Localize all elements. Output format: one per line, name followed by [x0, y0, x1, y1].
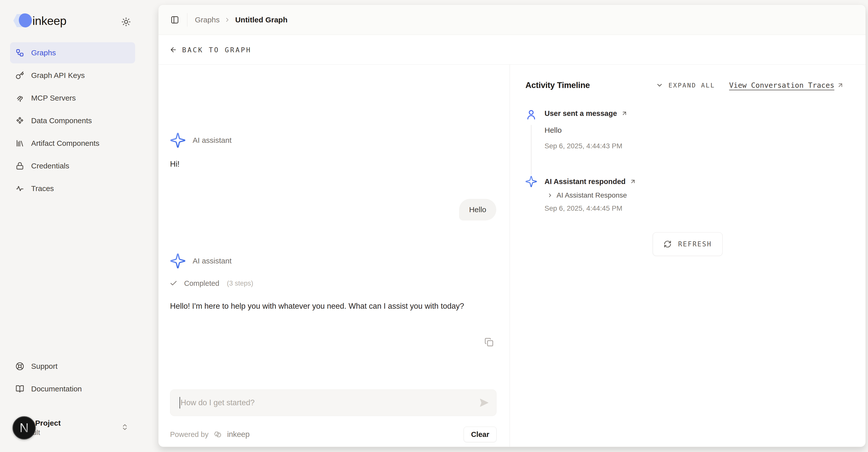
sidebar-item-label: Support [31, 362, 58, 371]
powered-by-label: Powered by [170, 430, 209, 439]
workflow-icon [16, 49, 24, 57]
chat-input-container [170, 389, 497, 416]
powered-by[interactable]: Powered by inkeep [170, 430, 250, 439]
sidebar-item-graphs[interactable]: Graphs [10, 42, 135, 63]
chat-preview-panel: AI assistant Hi! Hello AI assistant Comp… [158, 65, 509, 447]
chat-footer: Powered by inkeep Clear [170, 426, 497, 443]
copy-button[interactable] [484, 337, 495, 348]
arrow-up-right-icon [630, 178, 636, 185]
inkeep-glyph-icon [213, 430, 223, 439]
sidebar-item-data-components[interactable]: Data Components [10, 110, 135, 131]
chevrons-up-down-icon [121, 423, 129, 431]
back-to-graph-button[interactable]: BACK TO GRAPH [169, 46, 251, 54]
sidebar-nav: Graphs Graph API Keys MCP Servers Data C… [10, 42, 135, 201]
status-label: Completed [184, 279, 219, 288]
view-traces-label: View Conversation Traces [729, 81, 834, 89]
user-message-bubble: Hello [459, 199, 496, 221]
refresh-button[interactable]: REFRESH [653, 232, 722, 256]
timeline-header: Activity Timeline EXPAND ALL View Conver… [525, 78, 844, 92]
sidebar: inkeep Graphs Graph API Keys MCP Servers… [0, 0, 158, 452]
sparkles-icon [169, 253, 186, 269]
expand-all-button[interactable]: EXPAND ALL [656, 81, 715, 89]
sidebar-toggle-button[interactable] [169, 14, 181, 26]
view-conversation-traces-link[interactable]: View Conversation Traces [729, 81, 844, 89]
avatar[interactable]: N [12, 416, 36, 440]
timeline-connector [531, 125, 531, 175]
arrow-left-icon [169, 46, 177, 54]
arrow-up-right-icon [621, 110, 628, 117]
refresh-icon [663, 240, 672, 248]
sidebar-item-traces[interactable]: Traces [10, 178, 135, 199]
sidebar-item-label: Credentials [31, 162, 69, 170]
card-header: Graphs Untitled Graph [158, 5, 866, 35]
library-lines-icon [16, 139, 24, 147]
panel-left-icon [170, 16, 179, 24]
sun-icon [121, 17, 131, 27]
timeline-event-title[interactable]: AI Assistant responded [545, 176, 636, 187]
sparkles-icon [169, 132, 186, 148]
timeline-event-expander[interactable]: AI Assistant Response [547, 190, 627, 201]
lock-icon [16, 162, 24, 170]
component-diamonds-icon [16, 116, 24, 125]
send-icon [479, 397, 489, 408]
main-panel: Graphs Untitled Graph BACK TO GRAPH AI a… [158, 4, 866, 447]
project-name: Project [35, 419, 61, 428]
theme-toggle-button[interactable] [121, 16, 132, 27]
sidebar-item-credentials[interactable]: Credentials [10, 156, 135, 176]
assistant-name-label: AI assistant [193, 257, 231, 265]
project-subtitle: ult [33, 428, 61, 438]
timeline-event-timestamp: Sep 6, 2025, 4:44:45 PM [545, 204, 622, 213]
sidebar-item-label: Data Components [31, 116, 92, 125]
life-buoy-icon [16, 362, 24, 371]
project-switcher[interactable]: N Project ult [7, 414, 135, 442]
status-steps: (3 steps) [227, 280, 253, 287]
logo-wordmark: inkeep [32, 14, 67, 28]
header-divider [187, 13, 187, 27]
activity-pulse-icon [16, 184, 24, 193]
timeline-event-timestamp: Sep 6, 2025, 4:44:43 PM [545, 142, 622, 150]
arrow-up-right-icon [837, 82, 844, 89]
expand-all-label: EXPAND ALL [668, 82, 715, 89]
sidebar-item-mcp-servers[interactable]: MCP Servers [10, 87, 135, 109]
book-open-icon [16, 385, 24, 393]
key-icon [16, 71, 24, 80]
refresh-label: REFRESH [678, 240, 712, 248]
timeline-event-title[interactable]: User sent a message [545, 108, 628, 119]
sidebar-item-label: Graphs [31, 49, 56, 57]
assistant-header: AI assistant [169, 132, 231, 148]
sidebar-item-graph-api-keys[interactable]: Graph API Keys [10, 65, 135, 86]
user-icon [525, 109, 537, 120]
activity-timeline-panel: Activity Timeline EXPAND ALL View Conver… [510, 65, 866, 447]
mcp-scribble-icon [16, 94, 24, 102]
sidebar-item-label: MCP Servers [31, 94, 76, 102]
sidebar-item-support[interactable]: Support [10, 356, 135, 377]
breadcrumb-graphs[interactable]: Graphs [195, 16, 219, 24]
back-to-graph-label: BACK TO GRAPH [182, 46, 251, 54]
sparkles-icon [525, 175, 537, 188]
timeline-title: Activity Timeline [525, 80, 590, 90]
copy-icon [485, 338, 494, 347]
chat-input[interactable] [170, 389, 497, 416]
chevron-right-icon [224, 17, 230, 23]
completion-status[interactable]: Completed (3 steps) [169, 278, 253, 289]
app-logo[interactable]: inkeep [13, 13, 67, 28]
assistant-response-text: Hello! I'm here to help you with whateve… [170, 300, 498, 312]
timeline-event-body: Hello [545, 126, 562, 135]
sidebar-item-artifact-components[interactable]: Artifact Components [10, 133, 135, 154]
chevron-right-icon [547, 192, 553, 198]
sidebar-item-label: Artifact Components [31, 139, 99, 147]
sidebar-item-label: Documentation [31, 385, 82, 393]
sidebar-footer-nav: Support Documentation [10, 356, 135, 401]
clear-button[interactable]: Clear [464, 427, 497, 442]
check-icon [169, 279, 178, 287]
assistant-header: AI assistant [169, 253, 231, 269]
send-button[interactable] [478, 397, 490, 408]
breadcrumb-current: Untitled Graph [235, 16, 287, 24]
text-caret [180, 397, 180, 408]
powered-by-brand: inkeep [227, 430, 250, 439]
sidebar-item-documentation[interactable]: Documentation [10, 378, 135, 399]
inkeep-logo-icon [13, 13, 31, 28]
chevron-down-icon [656, 81, 663, 89]
sidebar-item-label: Graph API Keys [31, 71, 85, 80]
assistant-name-label: AI assistant [193, 136, 231, 145]
